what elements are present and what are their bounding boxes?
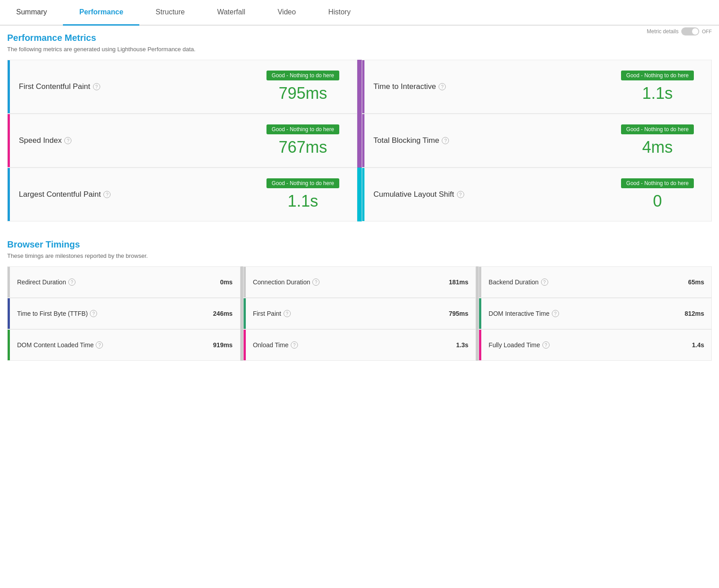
metric-value: 0: [612, 192, 702, 211]
timing-help-icon[interactable]: ?: [90, 310, 97, 317]
metrics-column-divider: [357, 168, 362, 221]
timing-card-fully-loaded-time: Fully Loaded Time ? 1.4s: [479, 329, 712, 361]
timing-help-icon[interactable]: ?: [541, 279, 548, 286]
timing-value: 246ms: [213, 310, 233, 317]
metric-card-speed-index: Speed Index ? Good - Nothing to do here …: [7, 114, 357, 168]
metric-details-toggle[interactable]: [681, 27, 699, 35]
timing-card-dom-interactive-time: DOM Interactive Time ? 812ms: [479, 298, 712, 329]
timing-card-dom-content-loaded-time: DOM Content Loaded Time ? 919ms: [7, 329, 240, 361]
metric-help-icon[interactable]: ?: [93, 83, 100, 90]
timing-value: 0ms: [220, 279, 233, 286]
metric-details-label: Metric details: [647, 28, 679, 35]
timing-label: DOM Interactive Time ?: [488, 310, 559, 317]
metric-label: Speed Index ?: [19, 136, 71, 145]
timing-card-redirect-duration: Redirect Duration ? 0ms: [7, 266, 240, 298]
tab-video[interactable]: Video: [262, 0, 312, 26]
tab-structure[interactable]: Structure: [139, 0, 201, 26]
metric-label: Largest Contentful Paint ?: [19, 190, 111, 199]
tab-performance[interactable]: Performance: [63, 0, 139, 26]
toggle-off-label: OFF: [702, 29, 712, 34]
timing-label: Fully Loaded Time ?: [488, 341, 549, 349]
metric-help-icon[interactable]: ?: [64, 137, 71, 144]
timing-help-icon[interactable]: ?: [552, 310, 559, 317]
tab-history[interactable]: History: [312, 0, 367, 26]
tab-summary[interactable]: Summary: [0, 0, 63, 26]
timing-label: Onload Time ?: [253, 341, 298, 349]
timing-value: 181ms: [449, 279, 469, 286]
metrics-column-divider: [357, 60, 362, 114]
performance-metrics-title: Performance Metrics: [7, 26, 195, 46]
metric-badge: Good - Nothing to do here: [621, 124, 694, 134]
metric-value: 767ms: [258, 138, 348, 157]
timing-value: 1.4s: [692, 341, 704, 349]
timings-grid: Redirect Duration ? 0ms Connection Durat…: [7, 266, 712, 361]
timing-help-icon[interactable]: ?: [291, 341, 298, 349]
metric-help-icon[interactable]: ?: [457, 191, 464, 198]
metric-value: 1.1s: [258, 192, 348, 211]
metric-value: 795ms: [258, 84, 348, 103]
metric-badge: Good - Nothing to do here: [621, 178, 694, 188]
performance-metrics-desc: The following metrics are generated usin…: [7, 46, 195, 53]
browser-timings-title: Browser Timings: [7, 232, 712, 252]
timing-label: First Paint ?: [253, 310, 291, 317]
timing-value: 919ms: [213, 341, 233, 349]
metric-card-cumulative-layout-shift: Cumulative Layout Shift ? Good - Nothing…: [362, 168, 712, 221]
metrics-grid: First Contentful Paint ? Good - Nothing …: [7, 60, 712, 221]
metric-badge: Good - Nothing to do here: [266, 178, 340, 188]
metric-value: 1.1s: [612, 84, 702, 103]
timing-help-icon[interactable]: ?: [96, 341, 103, 349]
timing-card-connection-duration: Connection Duration ? 181ms: [243, 266, 476, 298]
metric-card-largest-contentful-paint: Largest Contentful Paint ? Good - Nothin…: [7, 168, 357, 221]
metric-card-first-contentful-paint: First Contentful Paint ? Good - Nothing …: [7, 60, 357, 114]
timing-value: 812ms: [684, 310, 704, 317]
metric-badge: Good - Nothing to do here: [266, 124, 340, 134]
timing-help-icon[interactable]: ?: [68, 279, 75, 286]
timing-label: Redirect Duration ?: [17, 279, 75, 286]
metric-value: 4ms: [612, 138, 702, 157]
timing-label: Backend Duration ?: [488, 279, 548, 286]
tabs-bar: SummaryPerformanceStructureWaterfallVide…: [0, 0, 719, 26]
browser-timings-desc: These timings are milestones reported by…: [7, 252, 712, 259]
timing-value: 65ms: [688, 279, 704, 286]
metrics-column-divider: [357, 114, 362, 168]
metric-help-icon[interactable]: ?: [442, 137, 449, 144]
metric-label: Time to Interactive ?: [373, 82, 446, 91]
tab-waterfall[interactable]: Waterfall: [201, 0, 262, 26]
timing-help-icon[interactable]: ?: [542, 341, 550, 349]
timing-card-first-paint: First Paint ? 795ms: [243, 298, 476, 329]
timing-label: DOM Content Loaded Time ?: [17, 341, 103, 349]
metric-badge: Good - Nothing to do here: [621, 71, 694, 80]
timing-card-onload-time: Onload Time ? 1.3s: [243, 329, 476, 361]
timing-label: Time to First Byte (TTFB) ?: [17, 310, 97, 317]
timing-card-time-to-first-byte-ttfb-: Time to First Byte (TTFB) ? 246ms: [7, 298, 240, 329]
timing-label: Connection Duration ?: [253, 279, 320, 286]
timing-value: 1.3s: [456, 341, 468, 349]
timing-value: 795ms: [449, 310, 469, 317]
metric-label: Cumulative Layout Shift ?: [373, 190, 464, 199]
metric-label: First Contentful Paint ?: [19, 82, 100, 91]
timing-card-backend-duration: Backend Duration ? 65ms: [479, 266, 712, 298]
metric-help-icon[interactable]: ?: [439, 83, 446, 90]
timing-help-icon[interactable]: ?: [284, 310, 291, 317]
metric-card-time-to-interactive: Time to Interactive ? Good - Nothing to …: [362, 60, 712, 114]
timing-help-icon[interactable]: ?: [312, 279, 320, 286]
metric-badge: Good - Nothing to do here: [266, 71, 340, 80]
metric-help-icon[interactable]: ?: [103, 191, 111, 198]
metric-label: Total Blocking Time ?: [373, 136, 449, 145]
metric-card-total-blocking-time: Total Blocking Time ? Good - Nothing to …: [362, 114, 712, 168]
